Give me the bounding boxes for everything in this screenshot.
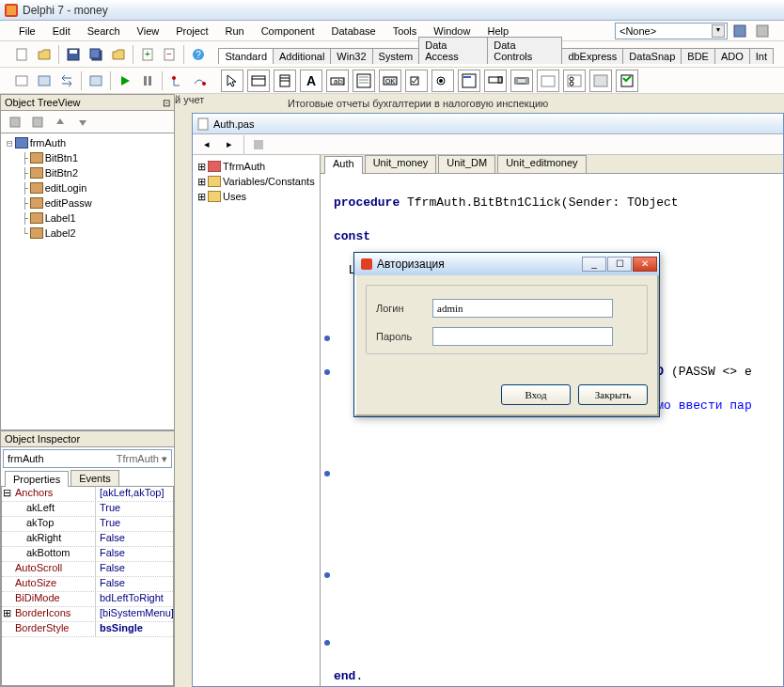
toggle-form-unit-button[interactable]	[56, 70, 77, 91]
palette-tab-system[interactable]: System	[372, 48, 420, 64]
open-button[interactable]	[34, 44, 55, 65]
tree-item[interactable]: └Label2	[3, 226, 172, 241]
view-unit-button[interactable]	[11, 70, 32, 91]
palette-tab-standard[interactable]: Standard	[218, 48, 274, 64]
palette-tabs: Standard Additional Win32 System Data Ac…	[218, 45, 773, 64]
edit-component[interactable]: ab|	[326, 70, 349, 92]
add-file-button[interactable]: +	[137, 44, 158, 65]
svg-text:ab|: ab|	[334, 77, 344, 86]
open-project-button[interactable]	[108, 44, 129, 65]
ed-fwd-button[interactable]: ▸	[219, 134, 240, 155]
menu-project[interactable]: Project	[168, 23, 215, 39]
unit-tab-money[interactable]: Unit_money	[365, 155, 437, 173]
menu-search[interactable]: Search	[80, 23, 128, 39]
svg-rect-19	[149, 76, 151, 86]
pin-icon[interactable]: ⊡	[163, 98, 170, 108]
mainmenu-component[interactable]	[247, 70, 270, 92]
unit-tab-auth[interactable]: Auth	[324, 156, 363, 174]
popupmenu-component[interactable]	[274, 70, 296, 92]
palette-tab-bde[interactable]: BDE	[681, 48, 715, 64]
maximize-button[interactable]: ☐	[607, 257, 632, 272]
tree-tb-3[interactable]	[50, 112, 71, 133]
step-over-button[interactable]	[189, 70, 210, 91]
menu-run[interactable]: Run	[217, 23, 251, 39]
close-dialog-button[interactable]: Закрыть	[578, 384, 648, 405]
actionlist-component[interactable]	[616, 70, 638, 92]
palette-tab-additional[interactable]: Additional	[273, 48, 331, 64]
svg-rect-42	[498, 77, 502, 83]
trace-into-button[interactable]	[166, 70, 187, 91]
ed-btn-3[interactable]	[248, 134, 269, 155]
palette-tab-datasnap[interactable]: DataSnap	[622, 48, 682, 64]
svg-rect-3	[757, 25, 768, 37]
editor-titlebar: Auth.pas	[193, 114, 783, 134]
property-grid[interactable]: ⊟Anchors[akLeft,akTop] akLeftTrue akTopT…	[1, 487, 174, 686]
palette-tab-int[interactable]: Int	[749, 48, 774, 64]
menu-database[interactable]: Database	[324, 23, 384, 39]
checkbox-component[interactable]	[405, 70, 428, 92]
label-component[interactable]: A	[300, 70, 322, 92]
ed-back-button[interactable]: ◂	[196, 134, 217, 155]
tree-item[interactable]: ├BitBtn1	[3, 150, 172, 165]
help-button[interactable]: ?	[188, 44, 209, 65]
pause-button[interactable]	[137, 70, 158, 91]
inspector-tab-events[interactable]: Events	[71, 470, 119, 486]
button-component[interactable]: OK	[379, 70, 401, 92]
tree-item[interactable]: ├Label1	[3, 211, 172, 226]
editor-filename: Auth.pas	[213, 118, 254, 130]
menu-view[interactable]: View	[130, 23, 167, 39]
structure-tree[interactable]: ⊞TfrmAuth ⊞Variables/Constants ⊞Uses	[193, 155, 321, 686]
desktop-combo[interactable]: <None> ▾	[615, 23, 728, 39]
code-editor[interactable]: procedure TfrmAuth.BitBtn1Click(Sender: …	[321, 174, 783, 686]
new-form-button[interactable]	[86, 70, 106, 91]
view-form-button[interactable]	[34, 70, 55, 91]
scrollbar-component[interactable]	[510, 70, 533, 92]
save-all-button[interactable]	[86, 44, 106, 65]
save-desktop-button[interactable]	[729, 21, 750, 41]
tree-tb-1[interactable]	[5, 112, 25, 133]
remove-file-button[interactable]: −	[160, 44, 180, 65]
struct-item[interactable]: ⊞TfrmAuth	[196, 159, 316, 174]
tree-tb-4[interactable]	[72, 112, 93, 133]
menu-edit[interactable]: Edit	[45, 23, 78, 39]
auth-titlebar[interactable]: Авторизация _ ☐ ✕	[354, 253, 659, 275]
palette-tab-datacontrols[interactable]: Data Controls	[487, 37, 562, 64]
svg-point-21	[202, 82, 206, 86]
login-button[interactable]: Вход	[501, 384, 571, 405]
inspector-component-combo[interactable]: frmAuth TfrmAuth ▾	[3, 449, 172, 468]
struct-item[interactable]: ⊞Variables/Constants	[196, 174, 316, 189]
password-input[interactable]	[432, 327, 613, 346]
menu-file[interactable]: File	[11, 23, 43, 39]
close-button[interactable]: ✕	[633, 257, 657, 272]
palette-tab-dbexpress[interactable]: dbExpress	[561, 48, 623, 64]
tree-item[interactable]: ├editPassw	[3, 195, 172, 211]
menu-component[interactable]: Component	[254, 23, 322, 39]
tree-tb-2[interactable]	[27, 112, 48, 133]
tree-root[interactable]: ⊟frmAuth	[3, 135, 172, 150]
unit-tab-editmoney[interactable]: Unit_editmoney	[497, 155, 586, 173]
memo-component[interactable]	[353, 70, 375, 92]
minimize-button[interactable]: _	[582, 257, 606, 272]
svg-rect-55	[254, 140, 263, 149]
palette-tab-dataaccess[interactable]: Data Access	[418, 37, 488, 64]
pointer-icon[interactable]	[221, 70, 243, 92]
inspector-tab-properties[interactable]: Properties	[5, 471, 69, 487]
delete-desktop-button[interactable]	[752, 21, 773, 41]
tree-item[interactable]: ├editLogin	[3, 180, 172, 195]
new-button[interactable]	[11, 44, 32, 65]
login-input[interactable]	[432, 299, 613, 318]
save-button[interactable]	[63, 44, 84, 65]
palette-tab-ado[interactable]: ADO	[714, 48, 750, 64]
palette-tab-win32[interactable]: Win32	[330, 48, 372, 64]
svg-rect-30	[357, 74, 370, 87]
groupbox-component[interactable]	[537, 70, 559, 92]
listbox-component[interactable]	[458, 70, 480, 92]
struct-item[interactable]: ⊞Uses	[196, 189, 316, 204]
tree-item[interactable]: ├BitBtn2	[3, 165, 172, 180]
run-button[interactable]	[115, 70, 135, 91]
unit-tab-dm[interactable]: Unit_DM	[438, 155, 495, 173]
radio-component[interactable]	[431, 70, 454, 92]
panel-component[interactable]	[589, 70, 612, 92]
radiogroup-component[interactable]	[563, 70, 586, 92]
combobox-component[interactable]	[484, 70, 507, 92]
